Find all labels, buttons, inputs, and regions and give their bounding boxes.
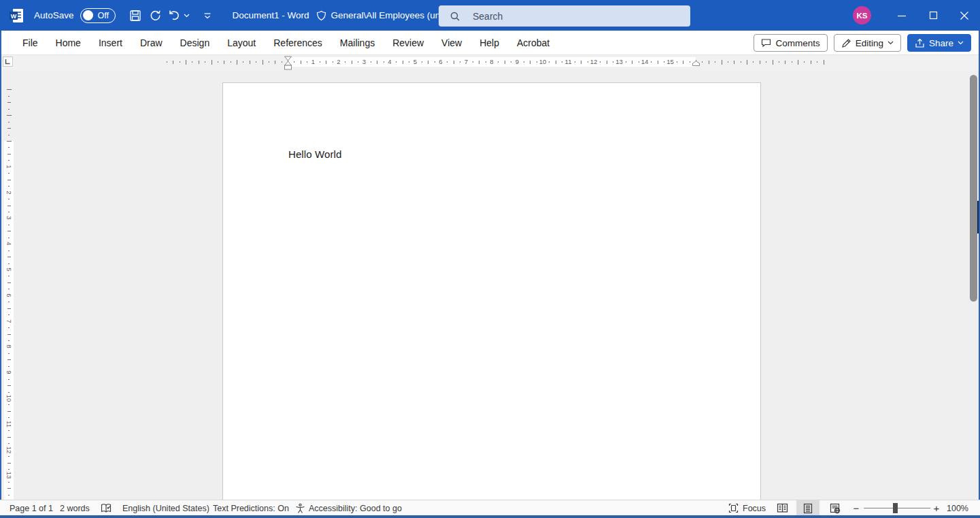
- maximize-button[interactable]: [917, 0, 949, 31]
- save-button[interactable]: [125, 5, 146, 26]
- v-ruler-tick: [8, 263, 10, 264]
- tab-acrobat[interactable]: Acrobat: [508, 33, 558, 53]
- v-ruler-tick: [7, 359, 11, 360]
- v-ruler-tick: [8, 186, 10, 187]
- print-layout-view-button[interactable]: [796, 500, 820, 516]
- v-ruler-tick: [8, 314, 10, 315]
- tab-layout[interactable]: Layout: [218, 33, 265, 53]
- h-ruler-tick: [428, 61, 428, 64]
- search-input[interactable]: Search: [439, 5, 690, 27]
- tab-file[interactable]: File: [14, 33, 47, 53]
- tab-view[interactable]: View: [433, 33, 471, 53]
- close-button[interactable]: [949, 0, 980, 31]
- proofing-errors-button[interactable]: [101, 500, 112, 516]
- comments-button[interactable]: Comments: [754, 34, 827, 52]
- zoom-in-button[interactable]: +: [930, 500, 943, 516]
- h-ruler-tick: [722, 60, 722, 65]
- zoom-out-button[interactable]: −: [850, 500, 862, 516]
- h-ruler-tick: [237, 60, 237, 65]
- v-ruler-tick: [8, 122, 10, 123]
- h-ruler-number: 14: [640, 57, 649, 67]
- document-page[interactable]: Hello World: [222, 82, 761, 500]
- tab-review[interactable]: Review: [384, 33, 433, 53]
- v-ruler-tick: [7, 437, 11, 438]
- h-ruler-tick: [377, 61, 377, 64]
- v-ruler-tick: [8, 469, 10, 470]
- tab-references[interactable]: References: [265, 33, 331, 53]
- search-icon: [450, 11, 460, 22]
- v-ruler-number: 6: [4, 291, 14, 300]
- page-indicator[interactable]: Page 1 of 1: [10, 500, 53, 516]
- tab-home[interactable]: Home: [47, 33, 90, 53]
- horizontal-ruler[interactable]: 123456789101112131415: [0, 55, 980, 70]
- tab-draw[interactable]: Draw: [131, 33, 171, 53]
- language-indicator[interactable]: English (United States): [122, 500, 209, 516]
- v-ruler-number: 12: [4, 445, 14, 455]
- v-ruler-tick: [7, 231, 11, 231]
- v-ruler-tick: [8, 302, 10, 302]
- word-logo-icon[interactable]: W: [7, 7, 25, 25]
- h-ruler-tick: [212, 60, 212, 65]
- v-ruler-tick: [7, 334, 11, 335]
- tab-design[interactable]: Design: [171, 33, 219, 53]
- redo-icon[interactable]: [146, 5, 166, 26]
- h-ruler-tick: [282, 61, 282, 63]
- undo-dropdown-chevron-icon[interactable]: [182, 5, 192, 26]
- autosave-label: AutoSave: [34, 10, 74, 20]
- h-ruler-number: 4: [385, 57, 394, 67]
- accessibility-checker[interactable]: Accessibility: Good to go: [295, 500, 402, 516]
- customize-quick-access-toolbar-icon[interactable]: [197, 5, 218, 26]
- v-ruler-number: 3: [4, 213, 14, 223]
- h-ruler-tick: [798, 60, 798, 65]
- word-count[interactable]: 2 words: [60, 500, 90, 516]
- v-ruler-number: 7: [4, 317, 14, 326]
- focus-mode-button[interactable]: Focus: [728, 500, 766, 516]
- autosave-toggle[interactable]: Off: [80, 8, 116, 23]
- shield-icon: [316, 10, 326, 21]
- v-ruler-tick: [8, 199, 10, 199]
- h-ruler-tick: [352, 61, 352, 64]
- zoom-level[interactable]: 100%: [947, 500, 968, 516]
- h-ruler-tick: [734, 61, 734, 64]
- v-ruler-tick: [8, 482, 10, 483]
- vertical-ruler[interactable]: 12345678910111213: [0, 70, 15, 500]
- vertical-scrollbar-thumb[interactable]: [970, 75, 977, 302]
- h-ruler-tick: [690, 61, 690, 63]
- avatar[interactable]: KS: [853, 6, 871, 25]
- h-ruler-tick: [505, 61, 505, 64]
- vertical-scrollbar[interactable]: [968, 70, 979, 500]
- minimize-button[interactable]: [886, 0, 917, 31]
- h-ruler-tick: [205, 61, 205, 63]
- tab-help[interactable]: Help: [471, 33, 508, 53]
- h-ruler-tick: [677, 61, 677, 63]
- h-ruler-tick: [326, 61, 326, 64]
- h-ruler-tick: [811, 61, 811, 64]
- document-text[interactable]: Hello World: [288, 148, 341, 160]
- tab-selector[interactable]: [3, 56, 13, 67]
- h-ruler-tick: [639, 61, 639, 63]
- h-ruler-tick: [498, 61, 499, 63]
- v-ruler-number: 10: [4, 393, 14, 403]
- editing-mode-button[interactable]: Editing: [834, 34, 901, 52]
- h-ruler-tick: [766, 61, 766, 63]
- undo-icon[interactable]: [166, 5, 182, 26]
- document-title: Document1 - Word: [233, 10, 309, 20]
- v-ruler-tick: [8, 173, 10, 174]
- right-indent-marker[interactable]: [692, 61, 700, 67]
- web-layout-view-button[interactable]: [824, 500, 847, 516]
- zoom-slider-thumb[interactable]: [893, 503, 898, 513]
- window-left-border: [0, 31, 1, 518]
- share-button[interactable]: Share: [907, 34, 971, 52]
- h-ruler-tick: [588, 61, 588, 63]
- indent-markers[interactable]: [284, 56, 292, 70]
- text-predictions-indicator[interactable]: Text Predictions: On: [213, 500, 289, 516]
- h-ruler-tick: [403, 61, 403, 64]
- h-ruler-tick: [779, 61, 779, 63]
- tab-mailings[interactable]: Mailings: [331, 33, 384, 53]
- v-ruler-number: 2: [4, 188, 14, 197]
- read-mode-view-button[interactable]: [771, 500, 794, 516]
- h-ruler-tick: [294, 61, 294, 63]
- tab-insert[interactable]: Insert: [90, 33, 131, 53]
- h-ruler-tick: [549, 61, 550, 63]
- h-ruler-tick: [479, 61, 479, 64]
